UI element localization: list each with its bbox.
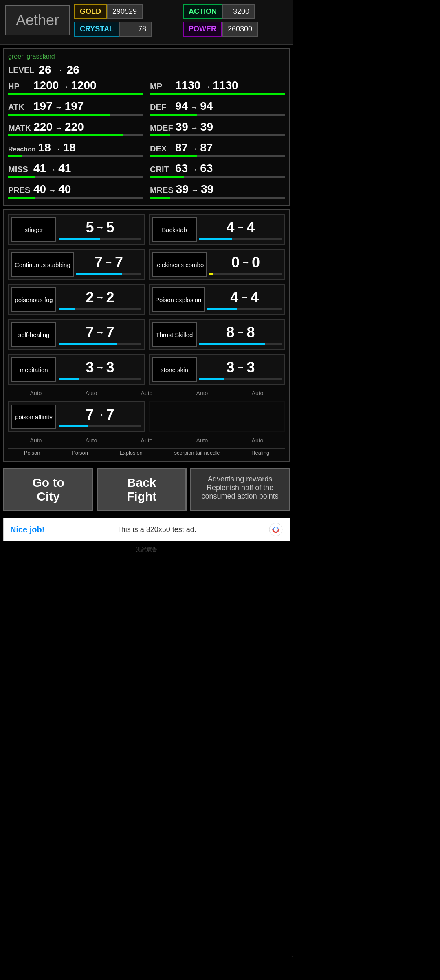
hp-bar [8,93,143,95]
def-label: DEF [150,103,173,112]
skill-name-stone-skin: stone skin [152,357,197,382]
auto-bottom-4: Auto [196,437,208,444]
bottom-label-poison2: Poison [72,450,88,456]
mp-label: MP [150,82,173,91]
dex-stat: DEX 87 → 87 [150,141,285,157]
atk-bar [8,114,110,116]
hp-from: 1200 [33,79,59,92]
bottom-label-explosion: Explosion [119,450,142,456]
mp-to: 1130 [213,79,238,92]
skill-thrust-skilled[interactable]: Thrust Skilled 8 → 8 [149,319,285,350]
mdef-bar [150,134,170,136]
auto-label-5: Auto [252,390,264,396]
mp-stat: MP 1130 → 1130 [150,79,285,95]
auto-bottom-1: Auto [30,437,42,444]
def-to: 94 [200,100,213,113]
bottom-buttons: Go toCity BackFight Advertising rewards … [3,465,290,514]
auto-bottom-5: Auto [252,437,264,444]
skill-backstab[interactable]: Backstab 4 → 4 [149,214,285,245]
ad-nice-text: Nice job! [10,525,44,534]
skill-stinger[interactable]: stinger 5 → 5 [8,214,145,245]
action-label: ACTION [183,4,222,19]
power-value: 260300 [222,22,258,37]
reaction-to: 18 [63,141,76,154]
skill-name-thrust-skilled: Thrust Skilled [152,322,197,347]
mp-from: 1130 [175,79,200,92]
auto-label-4: Auto [196,390,208,396]
hp-stat: HP 1200 → 1200 [8,79,143,95]
skill-name-poison-affinity: poison affinity [11,405,56,429]
ad-test-text: This is a 320x50 test ad. [44,525,268,534]
stats-panel: green grassland LEVEL 26 → 26 HP 1200 → … [3,48,290,206]
auto-bottom-2: Auto [86,437,97,444]
skill-continuous-stabbing[interactable]: Continuous stabbing 7 → 7 [8,249,145,280]
def-bar [150,114,197,116]
skill-poison-affinity[interactable]: poison affinity 7 → 7 [8,401,145,432]
level-label: LEVEL [8,66,34,75]
miss-bar [8,176,35,178]
def-from: 94 [175,100,188,113]
go-to-city-button[interactable]: Go toCity [3,468,93,511]
pres-from: 40 [33,183,46,196]
ad-reward-text: Advertising rewards Replenish half of th… [202,475,279,500]
matk-label: MATK [8,123,31,133]
miss-to: 41 [58,162,71,175]
mres-bar [150,197,170,199]
header: Aether GOLD 290529 ACTION 3200 CRYSTAL 7… [0,0,293,45]
skill-name-telekinesis-combo: telekinesis combo [152,252,207,277]
skill-name-stinger: stinger [11,217,56,242]
power-resource: POWER 260300 [183,22,288,37]
atk-stat: ATK 197 → 197 [8,100,143,116]
power-label: POWER [183,22,222,37]
skill-name-continuous-stabbing: Continuous stabbing [11,252,74,277]
reaction-stat: Reaction 18 → 18 [8,141,143,157]
hp-label: HP [8,82,31,91]
miss-label: MISS [8,165,31,174]
skill-name-meditation: meditation [11,357,56,382]
auto-label-1: Auto [30,390,42,396]
skills-panel: stinger 5 → 5 Backstab 4 → 4 [3,209,290,462]
matk-to: 220 [65,120,84,133]
skill-poison-explosion[interactable]: Poison explosion 4 → 4 [149,284,285,315]
dex-from: 87 [175,141,188,154]
def-stat: DEF 94 → 94 [150,100,285,116]
mres-label: MRES [150,186,174,195]
reaction-bar [8,155,22,157]
matk-stat: MATK 220 → 220 [8,120,143,136]
skill-name-poison-explosion: Poison explosion [152,287,205,312]
gold-resource: GOLD 290529 [74,4,180,19]
gold-label: GOLD [74,4,107,19]
back-fight-button[interactable]: BackFight [97,468,187,511]
crit-stat: CRIT 63 → 63 [150,162,285,178]
skill-self-healing[interactable]: self-healing 7 → 7 [8,319,145,350]
skill-meditation[interactable]: meditation 3 → 3 [8,354,145,385]
hp-to: 1200 [71,79,96,92]
bottom-label-scorpion: scorpion tail needle [174,450,220,456]
skill-poisonous-fog[interactable]: poisonous fog 2 → 2 [8,284,145,315]
auto-label-2: Auto [86,390,97,396]
gold-value: 290529 [107,4,143,19]
crit-from: 63 [175,162,188,175]
skill-name-poisonous-fog: poisonous fog [11,287,56,312]
matk-from: 220 [33,120,53,133]
bottom-label-healing: Healing [251,450,269,456]
dev-build-text: Development Build [292,943,293,980]
mdef-to: 39 [200,120,213,133]
mres-stat: MRES 39 → 39 [150,183,285,199]
pres-to: 40 [58,183,71,196]
mres-from: 39 [176,183,189,196]
skill-empty-slot [149,401,285,432]
reaction-label: Reaction [8,146,36,153]
action-value: 3200 [222,4,255,19]
svg-point-1 [274,527,278,532]
resource-grid: GOLD 290529 ACTION 3200 CRYSTAL 78 POWER… [74,4,288,37]
matk-bar [8,134,123,136]
crystal-resource: CRYSTAL 78 [74,22,180,37]
ad-banner: Nice job! This is a 320x50 test ad. [3,518,290,541]
skill-stone-skin[interactable]: stone skin 3 → 3 [149,354,285,385]
ad-reward-button[interactable]: Advertising rewards Replenish half of th… [190,468,290,511]
skill-telekinesis-combo[interactable]: telekinesis combo 0 → 0 [149,249,285,280]
skill-name-self-healing: self-healing [11,322,56,347]
auto-bottom-3: Auto [141,437,153,444]
level-arrow: → [55,66,63,74]
